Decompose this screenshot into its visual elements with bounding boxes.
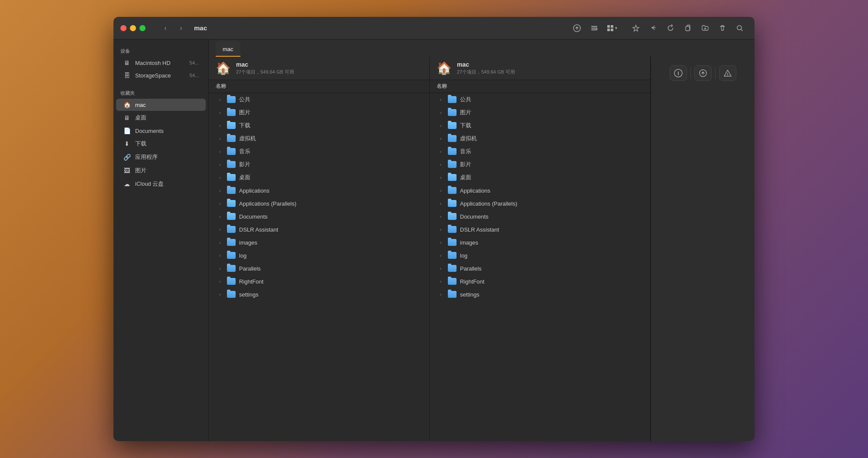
list-item[interactable]: ›公共 — [209, 93, 429, 106]
folder-icon — [448, 264, 457, 273]
file-name: 影片 — [460, 161, 643, 168]
list-item[interactable]: ›图片 — [209, 106, 429, 119]
back-button[interactable]: ‹ — [159, 22, 172, 34]
list-item[interactable]: ›影片 — [209, 158, 429, 171]
sidebar-item-macintosh-hd[interactable]: 🖥 Macintosh HD 54... — [116, 57, 206, 69]
list-item[interactable]: ›虚拟机 — [430, 132, 650, 145]
list-item[interactable]: ›Documents — [430, 210, 650, 223]
chevron-right-icon: › — [219, 214, 223, 219]
close-button[interactable] — [120, 25, 126, 31]
sidebar-item-desktop[interactable]: 🖥 桌面 — [116, 111, 206, 124]
search-button[interactable] — [732, 21, 748, 35]
folder-icon — [448, 199, 457, 208]
list-item[interactable]: ›images — [209, 236, 429, 249]
titlebar: ‹ › mac — [113, 17, 755, 39]
copy-button[interactable] — [680, 21, 696, 35]
tab-label: mac — [223, 46, 233, 52]
list-item[interactable]: ›images — [430, 236, 650, 249]
sidebar-item-label: 应用程序 — [135, 153, 158, 161]
sidebar-item-mac[interactable]: 🏠 mac — [116, 99, 206, 111]
list-item[interactable]: ›log — [430, 249, 650, 262]
sidebar-item-documents[interactable]: 📄 Documents — [116, 125, 206, 137]
tab-mac[interactable]: mac — [216, 41, 240, 57]
list-item[interactable]: ›Parallels — [209, 262, 429, 275]
list-item[interactable]: ›下载 — [209, 119, 429, 132]
folder-icon — [227, 264, 236, 273]
left-file-list[interactable]: ›公共›图片›下载›虚拟机›音乐›影片›桌面›Applications›Appl… — [209, 93, 429, 441]
list-item[interactable]: ›桌面 — [209, 171, 429, 184]
list-item[interactable]: ›Applications (Parallels) — [430, 197, 650, 210]
left-col-header: 名称 — [209, 80, 429, 93]
list-view-button[interactable] — [586, 21, 602, 35]
downloads-icon: ⬇ — [123, 140, 131, 147]
list-item[interactable]: ›log — [209, 249, 429, 262]
chevron-right-icon: › — [440, 97, 444, 102]
list-item[interactable]: ›公共 — [430, 93, 650, 106]
sync-button[interactable] — [694, 65, 712, 81]
list-item[interactable]: ›桌面 — [430, 171, 650, 184]
upload-button[interactable] — [569, 21, 585, 35]
right-panel-sub: 27个项目，549.64 GB 可用 — [457, 69, 515, 75]
left-panel-home-icon: 🏠 — [216, 61, 231, 75]
refresh-button[interactable] — [663, 21, 678, 35]
list-item[interactable]: ›影片 — [430, 158, 650, 171]
folder-icon — [227, 238, 236, 247]
storage-icon: 🗄 — [123, 72, 131, 79]
share-button[interactable] — [645, 21, 661, 35]
list-item[interactable]: ›settings — [209, 288, 429, 301]
sidebar-item-applications[interactable]: 🔗 应用程序 — [116, 151, 206, 164]
list-item[interactable]: ›Documents — [209, 210, 429, 223]
list-item[interactable]: ›下载 — [430, 119, 650, 132]
file-area: mac 🏠 mac 27个项目，549.64 GB 可用 名称 — [209, 39, 755, 441]
info-button[interactable] — [670, 65, 687, 81]
sidebar-item-label: StorageSpace — [135, 72, 171, 79]
grid-view-button[interactable]: ▾ — [604, 21, 619, 35]
tab-bar: mac — [209, 39, 755, 57]
sidebar-item-icloud[interactable]: ☁ iCloud 云盘 — [116, 177, 206, 190]
list-item[interactable]: ›DSLR Assistant — [209, 223, 429, 236]
right-file-list[interactable]: ›公共›图片›下载›虚拟机›音乐›影片›桌面›Applications›Appl… — [430, 93, 650, 441]
list-item[interactable]: ›虚拟机 — [209, 132, 429, 145]
delete-button[interactable] — [715, 21, 730, 35]
chevron-right-icon: › — [440, 110, 444, 115]
folder-icon — [448, 108, 457, 117]
file-name: settings — [460, 291, 643, 298]
list-item[interactable]: ›RightFont — [209, 275, 429, 288]
forward-button[interactable]: › — [175, 22, 187, 34]
left-panel-sub: 27个项目，549.64 GB 可用 — [236, 69, 294, 75]
list-item[interactable]: ›Parallels — [430, 262, 650, 275]
folder-icon — [227, 95, 236, 104]
list-item[interactable]: ›Applications (Parallels) — [209, 197, 429, 210]
minimize-button[interactable] — [130, 25, 136, 31]
sidebar-item-label: Macintosh HD — [135, 60, 171, 66]
warning-button[interactable] — [719, 65, 736, 81]
folder-icon — [448, 186, 457, 195]
new-folder-button[interactable] — [697, 21, 713, 35]
chevron-right-icon: › — [219, 266, 223, 271]
star-button[interactable] — [628, 21, 644, 35]
devices-section-label: 设备 — [113, 45, 208, 56]
list-item[interactable]: ›Applications — [209, 184, 429, 197]
file-name: 虚拟机 — [460, 135, 643, 142]
right-panel-name: mac — [457, 61, 515, 68]
maximize-button[interactable] — [139, 25, 146, 31]
list-item[interactable]: ›Applications — [430, 184, 650, 197]
file-name: Applications — [460, 187, 643, 194]
file-name: 公共 — [239, 96, 422, 103]
list-item[interactable]: ›音乐 — [430, 145, 650, 158]
svg-rect-8 — [686, 26, 690, 31]
sidebar-item-photos[interactable]: 🖼 图片 — [116, 164, 206, 177]
desktop-icon: 🖥 — [123, 114, 131, 121]
sidebar-item-storage-space[interactable]: 🗄 StorageSpace 54... — [116, 69, 206, 81]
icloud-icon: ☁ — [123, 181, 131, 187]
list-item[interactable]: ›RightFont — [430, 275, 650, 288]
list-item[interactable]: ›settings — [430, 288, 650, 301]
folder-icon — [448, 147, 457, 156]
list-item[interactable]: ›音乐 — [209, 145, 429, 158]
file-name: Documents — [460, 213, 643, 220]
sidebar-item-downloads[interactable]: ⬇ 下载 — [116, 137, 206, 150]
list-item[interactable]: ›图片 — [430, 106, 650, 119]
list-item[interactable]: ›DSLR Assistant — [430, 223, 650, 236]
folder-icon — [448, 290, 457, 299]
folder-icon — [448, 134, 457, 143]
